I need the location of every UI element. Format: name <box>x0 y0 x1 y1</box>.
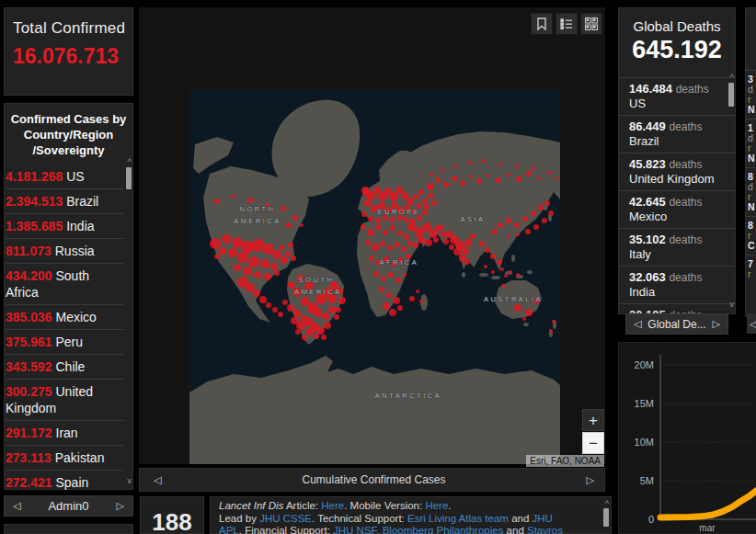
list-item[interactable]: 8rC <box>745 216 756 255</box>
list-item[interactable]: 45.823 deathsUnited Kingdom <box>618 153 736 190</box>
zoom-in-button[interactable]: + <box>582 409 604 431</box>
covid-dashboard: Total Confirmed 16.076.713 Confirmed Cas… <box>0 0 756 534</box>
map-panel: NORTH AMERICA EUROPE ASIA AFRICA SOUTH A… <box>139 7 605 464</box>
article-link[interactable]: Here <box>321 500 344 511</box>
jhu-csse-link[interactable]: JHU CSSE <box>259 513 312 524</box>
pager-prev-icon[interactable]: ◁ <box>13 500 20 512</box>
pager-label: Admin0 <box>48 499 88 513</box>
list-item[interactable]: 434.200 South Africa <box>6 264 123 305</box>
pager-next-icon[interactable]: ▷ <box>713 318 720 330</box>
left-stub-panel <box>4 524 133 534</box>
list-item[interactable]: 35.102 deathsItaly <box>618 228 736 266</box>
layer-prev-icon[interactable]: ◁ <box>154 474 161 486</box>
list-item[interactable]: 7r <box>745 255 756 283</box>
deaths-tab-pager: ◁ Global De... ▷ <box>625 313 728 335</box>
recovered-tab-pager[interactable]: ◁ <box>747 313 756 334</box>
zoom-out-button[interactable]: − <box>582 432 604 454</box>
svg-text:0: 0 <box>648 514 654 525</box>
countries-count-value: 188 <box>140 508 204 534</box>
label-south-america: SOUTH <box>299 276 335 284</box>
cumulative-cases-chart[interactable]: 05M10M15M20Mmar <box>618 342 756 534</box>
deaths-list: 146.484 deathsUS 86.449 deathsBrazil 45.… <box>618 77 736 314</box>
list-item[interactable]: 4.181.268 US <box>6 165 123 189</box>
list-item[interactable]: 42.645 deathsMexico <box>618 190 736 228</box>
list-item[interactable]: 272.421 Spain <box>6 471 123 490</box>
svg-text:20M: 20M <box>635 359 654 370</box>
label-north-america: NORTH <box>239 205 275 213</box>
label-asia: ASIA <box>460 215 485 223</box>
svg-text:15M: 15M <box>635 398 654 409</box>
map-toolbar <box>531 13 602 35</box>
list-item[interactable]: 385.036 Mexico <box>6 305 123 330</box>
list-item[interactable]: 1.385.685 India <box>6 214 123 239</box>
scroll-down-icon[interactable]: v <box>128 477 132 485</box>
list-item[interactable]: 273.113 Pakistan <box>6 446 123 471</box>
financial-support-link[interactable]: JHU NSF, Bloomberg Philanthropies <box>333 525 503 534</box>
map-layer-pager: ◁ Cumulative Confirmed Cases ▷ <box>139 468 605 492</box>
list-item[interactable]: 291.172 Iran <box>6 421 123 446</box>
svg-text:mar: mar <box>699 523 716 533</box>
global-deaths-value: 645.192 <box>618 36 736 64</box>
list-item[interactable]: 1drN <box>745 119 756 167</box>
legend-list-icon[interactable] <box>556 13 578 35</box>
list-item[interactable]: 375.961 Peru <box>6 330 123 355</box>
list-item[interactable]: 86.449 deathsBrazil <box>618 115 736 153</box>
total-confirmed-panel: Total Confirmed 16.076.713 <box>4 7 133 96</box>
pager-label: Global De... <box>647 318 705 331</box>
global-deaths-panel: Global Deaths 645.192 146.484 deathsUS 8… <box>618 7 736 314</box>
cumulative-cases-chart-panel[interactable]: 05M10M15M20Mmar <box>618 342 756 534</box>
list-item[interactable]: 2.394.513 Brazil <box>6 189 123 214</box>
scroll-up-icon[interactable]: ^ <box>128 158 132 166</box>
svg-text:AMERICA: AMERICA <box>294 288 342 296</box>
label-antarctica: ANTARCTICA <box>375 392 441 400</box>
credits-panel: Lancet Inf Dis Article: Here. Mobile Ver… <box>210 496 612 534</box>
global-deaths-title: Global Deaths <box>618 7 736 34</box>
bookmark-icon[interactable] <box>531 13 553 35</box>
layer-next-icon[interactable]: ▷ <box>587 474 594 486</box>
credits-line: Lead by JHU CSSE. Technical Support: Esr… <box>219 513 597 526</box>
esri-living-atlas-link[interactable]: Esri Living Atlas team <box>407 513 509 524</box>
total-confirmed-value: 16.076.713 <box>13 44 126 69</box>
world-map[interactable]: NORTH AMERICA EUROPE ASIA AFRICA SOUTH A… <box>189 89 560 464</box>
countries-count-panel: 188 <box>140 496 204 534</box>
svg-text:10M: 10M <box>635 437 654 448</box>
label-australia: AUSTRALIA <box>484 295 543 303</box>
recovered-panel-clipped: 3drN 1drN 8drN 8rC 7r <box>745 7 756 317</box>
scrollbar-thumb[interactable] <box>728 83 734 107</box>
scroll-up-icon[interactable]: ^ <box>605 500 609 508</box>
scrollbar-thumb[interactable] <box>126 167 132 189</box>
total-confirmed-title: Total Confirmed <box>13 19 126 38</box>
svg-text:AMERICA: AMERICA <box>234 217 281 225</box>
map-layer-title: Cumulative Confirmed Cases <box>302 473 445 486</box>
svg-text:5M: 5M <box>640 475 654 486</box>
credits-line: Lancet Inf Dis Article: Here. Mobile Ver… <box>219 500 597 513</box>
list-item[interactable]: 32.063 deathsIndia <box>618 266 736 303</box>
jhu-link[interactable]: JHU <box>533 513 553 524</box>
confirmed-country-list: 4.181.268 US 2.394.513 Brazil 1.385.685 … <box>4 165 123 490</box>
list-item[interactable]: 8drN <box>745 167 756 216</box>
jhu-apl-link[interactable]: APL <box>219 525 239 534</box>
mobile-version-link[interactable]: Here <box>425 500 448 511</box>
lancet-label: Lancet Inf Dis <box>219 500 283 511</box>
pager-prev-icon[interactable]: ◁ <box>634 318 641 330</box>
credits-line: APL. Financial Support: JHU NSF, Bloombe… <box>219 525 597 534</box>
scroll-up-icon[interactable]: ^ <box>730 74 734 82</box>
admin-level-pager: ◁ Admin0 ▷ <box>4 495 133 517</box>
scrollbar-thumb[interactable] <box>603 508 609 527</box>
label-europe: EUROPE <box>378 208 421 216</box>
list-item[interactable]: 3drN <box>745 70 756 119</box>
list-item[interactable]: 146.484 deathsUS <box>618 77 736 115</box>
confirmed-by-country-header: Confirmed Cases by Country/Region /Sover… <box>4 103 133 158</box>
basemap-grid-icon[interactable] <box>580 13 602 35</box>
list-item[interactable]: 811.073 Russia <box>6 239 123 264</box>
label-africa: AFRICA <box>380 258 419 267</box>
map-attribution: Esri, FAO, NOAA <box>526 455 604 467</box>
list-item[interactable]: 300.275 United Kingdom <box>6 380 123 421</box>
scroll-down-icon[interactable]: v <box>730 301 735 309</box>
pager-next-icon[interactable]: ▷ <box>117 500 124 512</box>
list-item[interactable]: 343.592 Chile <box>6 355 123 380</box>
confirmed-by-country-panel: Confirmed Cases by Country/Region /Sover… <box>4 103 133 490</box>
